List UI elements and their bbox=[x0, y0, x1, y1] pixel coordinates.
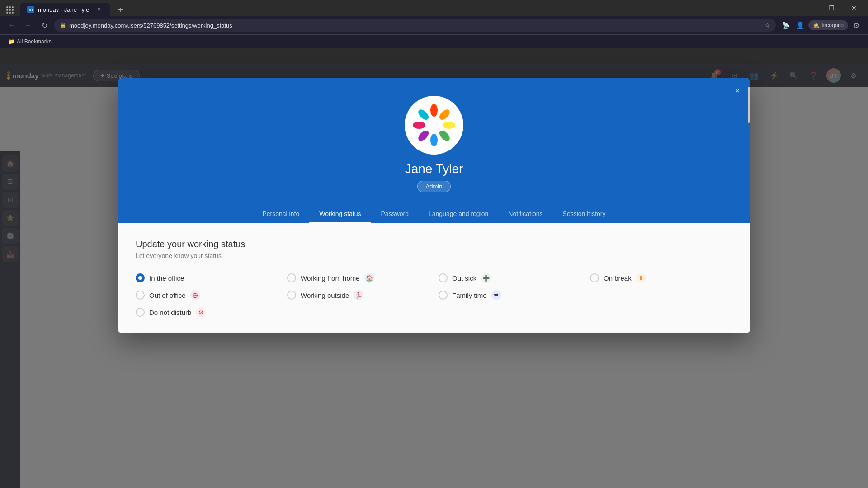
bookmarks-folder-icon: 📁 bbox=[8, 38, 15, 45]
bookmarks-btn[interactable]: 📁 All Bookmarks bbox=[5, 38, 54, 46]
back-btn[interactable]: ← bbox=[5, 19, 18, 32]
tab-favicon: m bbox=[27, 6, 34, 13]
minimize-btn[interactable]: — bbox=[798, 0, 819, 16]
status-break-icon: ⏸ bbox=[636, 273, 646, 283]
status-working-from-home[interactable]: Working from home 🏠 bbox=[287, 273, 429, 283]
refresh-btn[interactable]: ↻ bbox=[38, 19, 51, 32]
incognito-btn[interactable]: 🕵 Incognito bbox=[808, 20, 848, 30]
tab-grid-icon[interactable] bbox=[4, 4, 16, 16]
status-working-outside[interactable]: Working outside 🏃 bbox=[287, 290, 429, 300]
maximize-btn[interactable]: ❐ bbox=[821, 0, 842, 16]
url-text: moodjoy.monday.com/users/52769852/settin… bbox=[69, 22, 762, 29]
browser-actions: 📡 👤 🕵 Incognito ⚙ bbox=[779, 19, 863, 32]
svg-point-3 bbox=[443, 122, 455, 129]
status-in-office-label: In the office bbox=[149, 274, 184, 282]
monday-avatar-svg bbox=[409, 100, 459, 150]
svg-point-5 bbox=[430, 134, 438, 146]
section-title: Update your working status bbox=[136, 239, 732, 249]
status-out-of-office[interactable]: Out of office ⊖ bbox=[136, 290, 278, 300]
radio-working-outside[interactable] bbox=[287, 291, 296, 300]
status-disturb-icon: ⊘ bbox=[196, 307, 206, 317]
radio-on-break[interactable] bbox=[590, 273, 599, 282]
status-family-label: Family time bbox=[452, 291, 487, 299]
status-wfh-label: Working from home bbox=[301, 274, 360, 282]
svg-point-7 bbox=[413, 122, 425, 129]
status-break-label: On break bbox=[604, 274, 632, 282]
svg-point-9 bbox=[426, 117, 442, 133]
tab-notifications[interactable]: Notifications bbox=[498, 206, 552, 223]
tab-password[interactable]: Password bbox=[371, 206, 419, 223]
address-bar-row: ← → ↻ 🔒 moodjoy.monday.com/users/5276985… bbox=[0, 16, 868, 34]
extensions-icon[interactable]: ⚙ bbox=[850, 19, 863, 32]
status-out-icon: ⊖ bbox=[190, 290, 200, 300]
incognito-label: Incognito bbox=[821, 22, 844, 28]
browser-titlebar: m monday - Jane Tyler × + — ❐ ✕ bbox=[0, 0, 868, 16]
status-family-icon: ❤ bbox=[491, 290, 501, 300]
status-outside-icon: 🏃 bbox=[354, 290, 363, 300]
status-out-sick[interactable]: Out sick ➕ bbox=[439, 273, 581, 283]
radio-working-from-home[interactable] bbox=[287, 273, 296, 282]
forward-btn[interactable]: → bbox=[22, 19, 34, 32]
tab-personal-info[interactable]: Personal info bbox=[252, 206, 309, 223]
tab-title: monday - Jane Tyler bbox=[38, 6, 91, 13]
admin-badge: Admin bbox=[417, 181, 451, 192]
status-sick-label: Out sick bbox=[452, 274, 476, 282]
modal-header: × Jane Tyler Ad bbox=[118, 78, 750, 223]
status-wfh-icon: 🏠 bbox=[364, 273, 374, 283]
tab-working-status[interactable]: Working status bbox=[309, 206, 371, 223]
user-avatar-large bbox=[405, 96, 463, 155]
cast-icon[interactable]: 📡 bbox=[779, 19, 792, 32]
tab-close-btn[interactable]: × bbox=[95, 5, 103, 14]
modal-overlay: × Jane Tyler Ad bbox=[0, 64, 868, 488]
radio-out-sick[interactable] bbox=[439, 273, 448, 282]
modal-body: Update your working status Let everyone … bbox=[118, 223, 750, 333]
radio-out-of-office[interactable] bbox=[136, 291, 145, 300]
address-bar[interactable]: 🔒 moodjoy.monday.com/users/52769852/sett… bbox=[54, 19, 776, 32]
active-tab[interactable]: m monday - Jane Tyler × bbox=[20, 3, 110, 16]
status-family-time[interactable]: Family time ❤ bbox=[439, 290, 581, 300]
radio-do-not-disturb[interactable] bbox=[136, 308, 145, 317]
modal-close-btn[interactable]: × bbox=[731, 84, 744, 98]
status-grid: In the office Working from home 🏠 Out si… bbox=[136, 273, 732, 300]
modal-tabs: Personal info Working status Password La… bbox=[252, 201, 615, 223]
user-name: Jane Tyler bbox=[405, 162, 463, 176]
tab-language-region[interactable]: Language and region bbox=[419, 206, 498, 223]
status-outside-label: Working outside bbox=[301, 291, 349, 299]
close-window-btn[interactable]: ✕ bbox=[844, 0, 864, 16]
bookmarks-label: All Bookmarks bbox=[17, 38, 52, 45]
window-controls: — ❐ ✕ bbox=[798, 0, 864, 16]
star-icon[interactable]: ☆ bbox=[764, 22, 770, 29]
lock-icon: 🔒 bbox=[60, 22, 66, 28]
svg-point-1 bbox=[430, 104, 438, 117]
status-on-break[interactable]: On break ⏸ bbox=[590, 273, 732, 283]
profile-icon[interactable]: 👤 bbox=[794, 19, 807, 32]
modal: × Jane Tyler Ad bbox=[118, 78, 750, 333]
status-do-not-disturb[interactable]: Do not disturb ⊘ bbox=[136, 307, 732, 317]
bookmarks-bar: 📁 All Bookmarks bbox=[0, 34, 868, 48]
section-subtitle: Let everyone know your status bbox=[136, 252, 732, 259]
new-tab-btn[interactable]: + bbox=[114, 4, 127, 16]
scrollbar-thumb[interactable] bbox=[748, 87, 750, 123]
status-disturb-label: Do not disturb bbox=[149, 309, 191, 316]
status-sick-icon: ➕ bbox=[481, 273, 491, 283]
radio-in-office[interactable] bbox=[136, 273, 145, 282]
scrollbar-track[interactable] bbox=[747, 78, 750, 333]
status-out-label: Out of office bbox=[149, 291, 186, 299]
incognito-icon: 🕵 bbox=[813, 22, 820, 28]
radio-family-time[interactable] bbox=[439, 291, 448, 300]
status-in-office[interactable]: In the office bbox=[136, 273, 278, 283]
tab-session-history[interactable]: Session history bbox=[553, 206, 616, 223]
